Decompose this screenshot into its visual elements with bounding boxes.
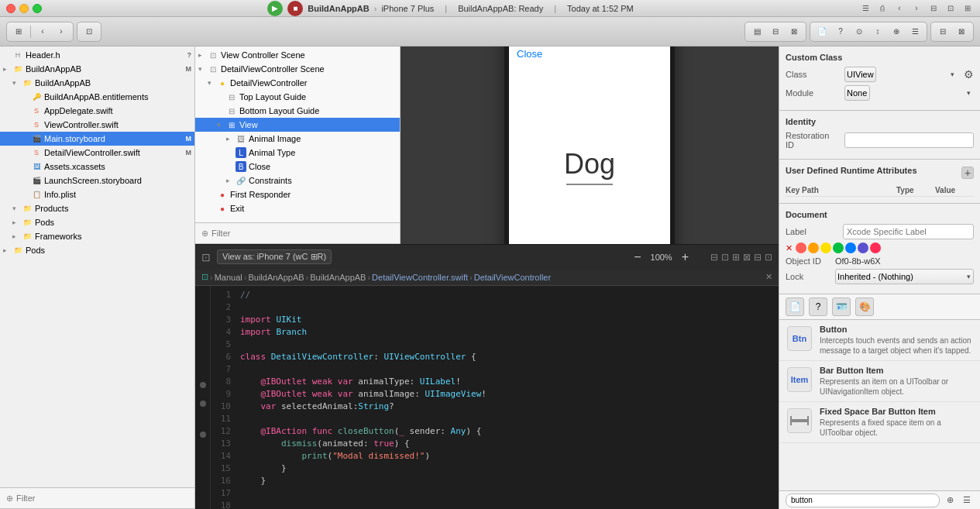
zoom-plus-btn[interactable]: + — [679, 250, 692, 264]
stop-button[interactable]: ■ — [287, 1, 303, 16]
add-attr-btn[interactable]: + — [961, 167, 974, 179]
class-select-wrapper[interactable]: UIView — [844, 67, 958, 82]
footer-circle-icon[interactable]: ⊕ — [943, 494, 957, 507]
outline-close[interactable]: B Close — [195, 160, 400, 174]
color-x-btn[interactable]: ✕ — [786, 243, 793, 253]
outline-view[interactable]: ⊞ View — [195, 118, 400, 132]
storyboard-btn[interactable]: ⊡ — [81, 23, 98, 40]
outline-bottom-layout[interactable]: ⊟ Bottom Layout Guide — [195, 104, 400, 118]
close-button-label[interactable]: Close — [509, 46, 670, 64]
run-button[interactable]: ▶ — [267, 1, 283, 16]
align-btn2[interactable]: ⊡ — [721, 252, 729, 263]
sidebar-filter-input[interactable] — [16, 494, 188, 503]
sidebar-item-detailvc[interactable]: S DetailViewController.swift M — [0, 146, 194, 160]
outline-dvc[interactable]: ● DetailViewController — [195, 76, 400, 90]
obj-lib-item-fixedspace[interactable]: Fixed Space Bar Button Item Represents a… — [779, 402, 980, 443]
align-btn1[interactable]: ⊟ — [710, 252, 718, 263]
align-btn6[interactable]: ⊡ — [765, 252, 772, 263]
file-panel-btn[interactable]: 📄 — [813, 23, 830, 40]
view-as-btn[interactable]: View as: iPhone 7 (wC ⊞R) — [217, 249, 332, 264]
editor-back-btn[interactable]: ‹ — [34, 23, 51, 40]
layout-2-btn[interactable]: ⊟ — [767, 23, 784, 40]
panel-right-icon[interactable]: ⊟ — [927, 2, 940, 15]
sidebar-item-pods-root[interactable]: 📁 Pods — [0, 243, 194, 257]
scheme-label: BuildAnAppAB — [308, 4, 369, 13]
icon-info: 📋 — [31, 189, 42, 200]
zoom-minus-btn[interactable]: − — [631, 250, 644, 264]
code-editor[interactable]: 12345 678910 1112131415 1617181920 // im… — [195, 286, 779, 509]
sidebar-item-sub[interactable]: 📁 BuildAnAppAB — [0, 76, 194, 90]
footer-list-icon[interactable]: ☰ — [960, 494, 974, 507]
editor-forward-btn[interactable]: › — [53, 23, 70, 40]
editor-standard-btn[interactable]: ⊞ — [10, 23, 27, 40]
panel-left-icon[interactable]: ☰ — [859, 2, 872, 15]
quick-help-tab[interactable]: ? — [809, 297, 827, 316]
module-select-wrapper[interactable]: None — [844, 85, 974, 101]
color-dot-6[interactable] — [858, 242, 868, 253]
sidebar-item-root[interactable]: 📁 BuildAnAppAB M — [0, 62, 194, 76]
module-select[interactable]: None — [844, 85, 870, 101]
panel-full-icon[interactable]: ⊞ — [961, 2, 974, 15]
label-input[interactable] — [843, 224, 974, 239]
color-dot-5[interactable] — [845, 242, 856, 253]
close-editor-btn[interactable]: ✕ — [765, 272, 772, 282]
class-config-icon[interactable]: ⚙ — [964, 68, 974, 81]
outline-animal-type[interactable]: L Animal Type — [195, 146, 400, 160]
inspect-btn[interactable]: ⊙ — [851, 23, 868, 40]
layout-1-btn[interactable]: ▤ — [748, 23, 765, 40]
sidebar-item-launch[interactable]: 🎬 LaunchScreen.storyboard — [0, 174, 194, 187]
code-content[interactable]: // import UIKit import Branch class Deta… — [234, 286, 779, 509]
outline-first-responder[interactable]: ● First Responder — [195, 187, 400, 201]
outline-dvc-scene[interactable]: ⊡ DetailViewController Scene — [195, 62, 400, 76]
layout-3-btn[interactable]: ⊠ — [786, 23, 803, 40]
color-dot-4[interactable] — [833, 242, 844, 253]
sidebar-item-appdelegate[interactable]: S AppDelegate.swift — [0, 104, 194, 118]
align-btn4[interactable]: ⊠ — [743, 252, 751, 263]
file-inspector-tab[interactable]: 📄 — [786, 297, 804, 316]
class-select[interactable]: UIView — [844, 67, 876, 82]
obj-lib-search-input[interactable] — [786, 494, 940, 507]
sidebar-item-assets[interactable]: 🖼 Assets.xcassets — [0, 160, 194, 174]
obj-lib-btn[interactable]: ☰ — [906, 23, 923, 40]
minimize-window-button[interactable] — [19, 4, 29, 13]
sidebar-item-headerh[interactable]: H Header.h ? — [0, 48, 194, 62]
maximize-window-button[interactable] — [33, 4, 42, 13]
attributes-inspector-tab[interactable]: 🎨 — [855, 297, 874, 316]
color-dot-7[interactable] — [870, 242, 881, 253]
sidebar-item-viewcontroller[interactable]: S ViewController.swift — [0, 118, 194, 132]
outline-vc-scene[interactable]: ⊡ View Controller Scene — [195, 48, 400, 62]
icon-vc: S — [31, 119, 42, 130]
env-btn[interactable]: ⊕ — [888, 23, 905, 40]
align-btn5[interactable]: ⊟ — [754, 252, 762, 263]
outline-top-layout[interactable]: ⊟ Top Layout Guide — [195, 90, 400, 104]
identity-inspector-tab[interactable]: 🪪 — [832, 297, 851, 316]
share-icon[interactable]: ⎙ — [876, 2, 889, 15]
inspector-hide-btn[interactable]: ⊟ — [934, 23, 951, 40]
sidebar-item-frameworks[interactable]: 📁 Frameworks — [0, 229, 194, 243]
lock-select-wrapper[interactable]: Inherited - (Nothing) — [835, 269, 974, 284]
outline-animal-image[interactable]: 🖼 Animal Image — [195, 132, 400, 146]
sidebar-item-mainstoryboard[interactable]: 🎬 Main.storyboard M — [0, 132, 194, 146]
nav-left-icon[interactable]: ‹ — [893, 2, 906, 15]
jump-btn[interactable]: ↕ — [869, 23, 886, 40]
sidebar-item-info[interactable]: 📋 Info.plist — [0, 187, 194, 201]
panel-bottom-icon[interactable]: ⊡ — [944, 2, 957, 15]
obj-lib-item-button[interactable]: Btn Button Intercepts touch events and s… — [779, 320, 980, 361]
sidebar-item-products[interactable]: 📁 Products — [0, 201, 194, 215]
align-btn3[interactable]: ⊞ — [732, 252, 740, 263]
lock-select[interactable]: Inherited - (Nothing) — [835, 269, 974, 284]
color-dot-2[interactable] — [808, 242, 819, 253]
storyboard-filter-input[interactable] — [211, 229, 394, 238]
obj-lib-item-barbutton[interactable]: Item Bar Button Item Represents an item … — [779, 361, 980, 402]
nav-right-icon[interactable]: › — [910, 2, 923, 15]
restoration-input[interactable] — [844, 132, 974, 148]
close-window-button[interactable] — [6, 4, 15, 13]
outline-constraints[interactable]: 🔗 Constraints — [195, 174, 400, 187]
outline-exit[interactable]: ● Exit — [195, 201, 400, 215]
help-btn[interactable]: ? — [832, 23, 849, 40]
color-dot-3[interactable] — [820, 242, 831, 253]
debug-hide-btn[interactable]: ⊠ — [953, 23, 970, 40]
sidebar-item-entitlements[interactable]: 🔑 BuildAnAppAB.entitlements — [0, 90, 194, 104]
color-dot-1[interactable] — [796, 242, 806, 253]
sidebar-item-pods-sub[interactable]: 📁 Pods — [0, 215, 194, 229]
